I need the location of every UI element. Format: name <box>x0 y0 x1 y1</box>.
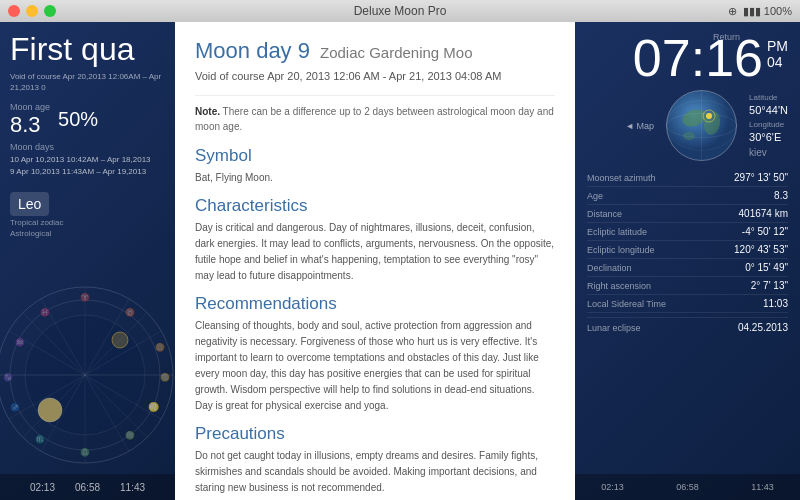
moon-age-row: Moon age 8.3 50% <box>10 102 165 138</box>
bottom-time-2: 06:58 <box>75 482 100 493</box>
data-val-6: 2° 7' 13" <box>751 280 788 291</box>
data-val-2: 401674 km <box>739 208 788 219</box>
svg-text:♒: ♒ <box>15 337 25 347</box>
data-key-7: Local Sidereal Time <box>587 299 666 309</box>
data-val-7: 11:03 <box>763 298 788 309</box>
clock-date: 04 <box>767 54 783 70</box>
svg-text:♐: ♐ <box>10 402 20 412</box>
data-val-5: 0° 15' 49" <box>745 262 788 273</box>
modal-symbol-title: Symbol <box>195 146 555 166</box>
globe-section: ◄ Map <box>587 88 788 163</box>
data-key-2: Distance <box>587 209 622 219</box>
data-key-5: Declination <box>587 263 632 273</box>
svg-text:♋: ♋ <box>160 372 170 382</box>
data-row: Age 8.3 <box>587 187 788 205</box>
traffic-lights <box>8 5 56 17</box>
data-val-0: 297° 13' 50" <box>734 172 788 183</box>
lat-lon-col: Latitude 50°44'N Longitude 30°6'E kiev <box>749 93 788 158</box>
data-val-1: 8.3 <box>774 190 788 201</box>
battery-icon: ▮▮▮ 100% <box>743 5 792 18</box>
clock-ampm: PM 04 <box>767 32 788 70</box>
svg-text:♏: ♏ <box>35 434 45 444</box>
moon-days-label: Moon days <box>10 142 165 152</box>
main-layout: First qua Void of course Apr 20,2013 12:… <box>0 22 800 500</box>
data-row: Declination 0° 15' 49" <box>587 259 788 277</box>
moon-day-1: 10 Apr 10,2013 10:42AM – Apr 18,2013 <box>10 154 165 166</box>
map-label[interactable]: ◄ Map <box>625 121 654 131</box>
data-row: Ecliptic latitude -4° 50' 12" <box>587 223 788 241</box>
rbb-time-2: 06:58 <box>676 482 699 492</box>
modal-note: Note. There can be a difference up to 2 … <box>195 95 555 134</box>
bottom-time-1: 02:13 <box>30 482 55 493</box>
zodiac-sign: Leo <box>10 192 49 216</box>
data-rows: Moonset azimuth 297° 13' 50" Age 8.3 Dis… <box>587 169 788 313</box>
rbb-time-3: 11:43 <box>751 482 774 492</box>
data-row: Right ascension 2° 7' 13" <box>587 277 788 295</box>
modal-note-bold: Note. <box>195 106 220 117</box>
modal-void: Void of course Apr 20, 2013 12:06 AM - A… <box>195 68 555 85</box>
titlebar: Deluxe Moon Pro ⊕ ▮▮▮ 100% <box>0 0 800 22</box>
svg-text:♓: ♓ <box>40 307 50 317</box>
wifi-icon: ⊕ <box>728 5 737 18</box>
lunar-eclipse-label: Lunar eclipse <box>587 323 641 333</box>
svg-point-12 <box>112 332 128 348</box>
rbb-time-1: 02:13 <box>601 482 624 492</box>
data-row: Ecliptic longitude 120° 43' 53" <box>587 241 788 259</box>
data-row: Distance 401674 km <box>587 205 788 223</box>
svg-text:♎: ♎ <box>80 447 90 457</box>
modal-title-row: Moon day 9 Zodiac Gardening Moo <box>195 38 555 64</box>
right-panel: Return 07:16 PM 04 ◄ Map <box>575 22 800 500</box>
modal-recommendations-text: Cleansing of thoughts, body and soul, ac… <box>195 318 555 414</box>
titlebar-right-icons: ⊕ ▮▮▮ 100% <box>728 5 792 18</box>
void-of-course-text: Void of course Apr 20,2013 12:06AM – Apr… <box>10 71 165 93</box>
data-key-6: Right ascension <box>587 281 651 291</box>
svg-point-13 <box>38 398 62 422</box>
clock-area: Return 07:16 PM 04 <box>587 32 788 84</box>
data-row: Local Sidereal Time 11:03 <box>587 295 788 313</box>
svg-text:♈: ♈ <box>80 292 90 302</box>
zodiac-sub: Tropical zodiac <box>10 218 165 227</box>
modal-recommendations-title: Recommendations <box>195 294 555 314</box>
data-val-3: -4° 50' 12" <box>742 226 788 237</box>
moon-phase-title: First qua <box>10 32 165 67</box>
zodiac-circle: ♈ ♉ ♊ ♋ ♌ ♍ ♎ ♏ ♐ ♑ ♒ ♓ <box>0 280 175 470</box>
svg-text:♌: ♌ <box>148 401 160 413</box>
modal-precautions-text: Do not get caught today in illusions, em… <box>195 448 555 496</box>
data-key-4: Ecliptic longitude <box>587 245 655 255</box>
void-text-value: Void of course Apr 20,2013 12:06AM – Apr… <box>10 72 161 92</box>
window-title: Deluxe Moon Pro <box>354 4 447 18</box>
clock-time: 07:16 <box>633 32 763 84</box>
bottom-time-3: 11:43 <box>120 482 145 493</box>
close-button[interactable] <box>8 5 20 17</box>
modal-characteristics-title: Characteristics <box>195 196 555 216</box>
clock-pm: PM <box>767 38 788 54</box>
moon-percentage: 50% <box>58 108 98 131</box>
latitude: 50°44'N <box>749 104 788 116</box>
data-key-3: Ecliptic latitude <box>587 227 647 237</box>
minimize-button[interactable] <box>26 5 38 17</box>
modal-characteristics-text: Day is critical and dangerous. Day of ni… <box>195 220 555 284</box>
svg-text:♉: ♉ <box>125 307 135 317</box>
modal-subtitle: Zodiac Gardening Moo <box>320 44 473 61</box>
data-key-0: Moonset azimuth <box>587 173 656 183</box>
longitude: 30°6'E <box>749 131 788 143</box>
moon-day-2: 9 Apr 10,2013 11:43AM – Apr 19,2013 <box>10 166 165 178</box>
data-val-4: 120° 43' 53" <box>734 244 788 255</box>
left-bottom-bar: 02:13 06:58 11:43 <box>0 474 175 500</box>
svg-text:♍: ♍ <box>125 430 135 440</box>
zodiac-sub2: Astrological <box>10 229 165 238</box>
center-modal[interactable]: Moon day 9 Zodiac Gardening Moo Void of … <box>175 22 575 500</box>
return-label: Return <box>713 32 740 42</box>
lunar-eclipse-value: 04.25.2013 <box>738 322 788 333</box>
svg-text:♊: ♊ <box>155 342 165 352</box>
svg-point-33 <box>706 113 712 119</box>
svg-text:♑: ♑ <box>3 372 13 382</box>
lunar-eclipse-row: Lunar eclipse 04.25.2013 <box>587 317 788 333</box>
right-bottom-bar: 02:13 06:58 11:43 <box>575 474 800 500</box>
maximize-button[interactable] <box>44 5 56 17</box>
globe-svg <box>664 88 739 163</box>
moon-age-label: Moon age 8.3 <box>10 102 50 138</box>
modal-precautions-title: Precautions <box>195 424 555 444</box>
city-name: kiev <box>749 147 788 158</box>
data-row: Moonset azimuth 297° 13' 50" <box>587 169 788 187</box>
